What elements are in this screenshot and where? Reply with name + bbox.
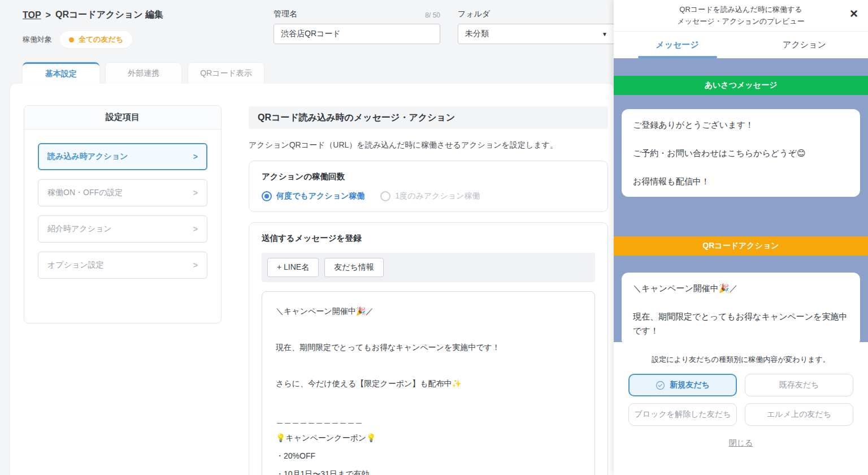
- menu-item-option-settings[interactable]: オプション設定 >: [38, 252, 207, 279]
- target-label: 稼働対象: [23, 34, 52, 45]
- radio-label: 1度のみアクション稼働: [395, 191, 480, 201]
- menu-item-label: オプション設定: [47, 260, 104, 270]
- radio-label: 何度でもアクション稼働: [276, 191, 364, 201]
- friend-button-label: 既存友だち: [779, 380, 819, 390]
- main-tabs: 基本設定 外部連携 QRコード表示: [23, 62, 264, 84]
- close-preview-link[interactable]: 閉じる: [729, 438, 753, 447]
- friend-button-label: 新規友だち: [670, 380, 710, 390]
- menu-item-on-off[interactable]: 稼働ON・OFFの設定 >: [38, 179, 207, 206]
- tab-basic-settings[interactable]: 基本設定: [23, 62, 99, 84]
- target-row: 稼働対象 全ての友だち: [23, 31, 132, 48]
- message-register-title: 送信するメッセージを登録: [262, 233, 595, 244]
- section-title: QRコード読み込み時のメッセージ・アクション: [249, 106, 608, 129]
- lme-friend-button[interactable]: エルメ上の友だち: [745, 403, 853, 426]
- admin-name-group: 管理名 8/ 50: [274, 9, 440, 44]
- check-circle-icon: [656, 381, 665, 390]
- radio-selected-icon: [262, 191, 272, 201]
- qr-action-banner: QRコードアクション: [614, 236, 868, 256]
- friend-button-label: ブロックを解除した友だち: [635, 409, 731, 420]
- breadcrumb-top-link[interactable]: TOP: [23, 10, 41, 20]
- friend-type-buttons: 新規友だち 既存友だち ブロックを解除した友だち エルメ上の友だち: [628, 374, 853, 426]
- radio-unselected-icon: [380, 191, 390, 201]
- preview-panel: QRコードを読み込んだ時に稼働する メッセージ・アクションのプレビュー × メッ…: [614, 0, 868, 475]
- status-dot-icon: [69, 37, 74, 42]
- friend-button-label: エルメ上の友だち: [767, 409, 831, 420]
- message-toolbar: + LINE名 友だち情報: [262, 253, 595, 282]
- preview-tabs: メッセージ アクション: [614, 32, 868, 58]
- preview-tab-action[interactable]: アクション: [741, 32, 868, 58]
- preview-note: 設定により友だちの種類別に稼働内容が変わります。: [614, 355, 868, 365]
- menu-item-scan-action[interactable]: 読み込み時アクション >: [38, 143, 207, 170]
- preview-close-link-wrap: 閉じる: [614, 438, 868, 448]
- menu-item-label: 読み込み時アクション: [47, 152, 128, 162]
- settings-menu-title: 設定項目: [24, 106, 221, 129]
- radio-once-action[interactable]: 1度のみアクション稼働: [380, 191, 480, 201]
- chevron-right-icon: >: [193, 188, 198, 197]
- preview-title: QRコードを読み込んだ時に稼働する メッセージ・アクションのプレビュー: [677, 4, 804, 27]
- message-textarea[interactable]: ＼キャンペーン開催中🎉／ 現在、期間限定でとってもお得なキャンペーンを実施中です…: [262, 291, 595, 475]
- folder-label: フォルダ: [458, 9, 490, 19]
- preview-tab-message[interactable]: メッセージ: [614, 32, 741, 58]
- folder-select[interactable]: 未分類 ▼: [458, 24, 615, 44]
- chevron-right-icon: >: [193, 224, 198, 234]
- greeting-banner: あいさつメッセージ: [614, 76, 868, 95]
- section-description: アクションQRコード（URL）を読み込んだ時に稼働させるアクションを設定します。: [249, 140, 608, 150]
- menu-item-label: 紹介時アクション: [47, 224, 112, 234]
- insert-line-name-button[interactable]: + LINE名: [267, 258, 319, 277]
- action-count-card: アクションの稼働回数 何度でもアクション稼働 1度のみアクション稼働: [249, 161, 608, 212]
- existing-friend-button[interactable]: 既存友だち: [745, 374, 853, 396]
- menu-item-referral-action[interactable]: 紹介時アクション >: [38, 215, 207, 243]
- insert-friend-info-button[interactable]: 友だち情報: [324, 258, 384, 277]
- editor-column: QRコード読み込み時のメッセージ・アクション アクションQRコード（URL）を読…: [249, 106, 608, 475]
- admin-name-label: 管理名: [274, 9, 297, 19]
- settings-menu: 設定項目 読み込み時アクション > 稼働ON・OFFの設定 > 紹介時アクション…: [24, 105, 222, 323]
- admin-name-counter: 8/ 50: [425, 11, 440, 19]
- menu-item-label: 稼働ON・OFFの設定: [47, 188, 123, 198]
- greeting-message-bubble: ご登録ありがとうございます！ ご予約・お問い合わせはこちらからどうぞ😊 お得情報…: [622, 109, 860, 197]
- folder-group: フォルダ 未分類 ▼: [458, 9, 615, 44]
- target-badge-label: 全ての友だち: [79, 34, 123, 45]
- radio-unlimited-action[interactable]: 何度でもアクション稼働: [262, 191, 364, 201]
- chevron-right-icon: >: [193, 261, 198, 270]
- new-friend-button[interactable]: 新規友だち: [628, 374, 737, 396]
- breadcrumb: TOP > QRコードアクション 編集: [23, 9, 163, 21]
- tab-external-integration[interactable]: 外部連携: [105, 62, 182, 84]
- action-count-title: アクションの稼働回数: [262, 171, 595, 182]
- tab-qr-display[interactable]: QRコード表示: [188, 62, 264, 84]
- qr-message-bubble: ＼キャンペーン開催中🎉／ 現在、期間限定でとってもお得なキャンペーンを実施中です…: [622, 273, 860, 342]
- page-title: QRコードアクション 編集: [55, 9, 163, 21]
- admin-name-input[interactable]: [274, 24, 440, 44]
- message-register-card: 送信するメッセージを登録 + LINE名 友だち情報 ＼キャンペーン開催中🎉／ …: [249, 222, 608, 475]
- breadcrumb-separator: >: [46, 10, 51, 20]
- chevron-right-icon: >: [193, 152, 198, 161]
- unblocked-friend-button[interactable]: ブロックを解除した友だち: [628, 403, 737, 426]
- chevron-down-icon: ▼: [602, 31, 607, 37]
- target-status-badge: 全ての友だち: [60, 31, 132, 48]
- folder-selected-value: 未分類: [465, 29, 489, 39]
- close-icon[interactable]: ×: [850, 7, 858, 20]
- chat-preview-area: あいさつメッセージ ご登録ありがとうございます！ ご予約・お問い合わせはこちらか…: [614, 58, 868, 342]
